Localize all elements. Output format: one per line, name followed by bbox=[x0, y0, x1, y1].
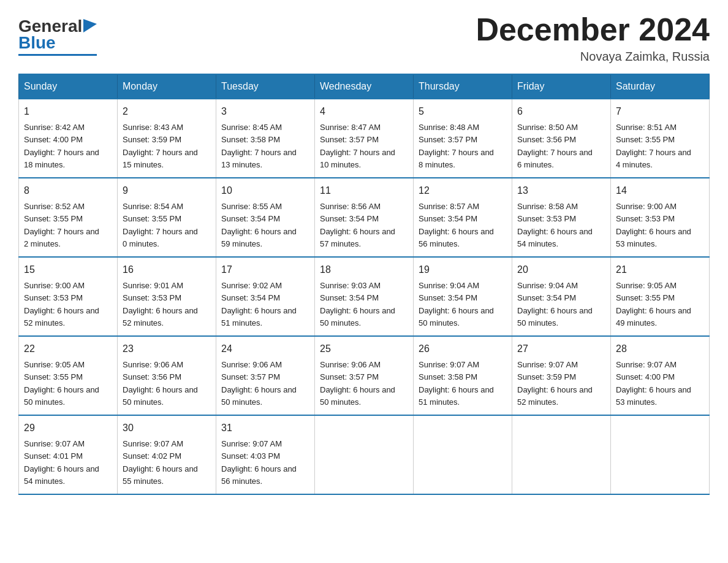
header-monday: Monday bbox=[118, 74, 216, 99]
day-info: Sunrise: 9:06 AMSunset: 3:57 PMDaylight:… bbox=[221, 360, 297, 407]
table-row: 24 Sunrise: 9:06 AMSunset: 3:57 PMDaylig… bbox=[216, 336, 315, 415]
table-row: 26 Sunrise: 9:07 AMSunset: 3:58 PMDaylig… bbox=[414, 336, 512, 415]
day-number: 5 bbox=[419, 104, 507, 119]
day-info: Sunrise: 9:07 AMSunset: 3:58 PMDaylight:… bbox=[419, 360, 494, 407]
table-row: 31 Sunrise: 9:07 AMSunset: 4:03 PMDaylig… bbox=[216, 415, 315, 494]
calendar-week-row: 22 Sunrise: 9:05 AMSunset: 3:55 PMDaylig… bbox=[19, 336, 710, 415]
day-number: 2 bbox=[123, 104, 211, 119]
calendar-week-row: 15 Sunrise: 9:00 AMSunset: 3:53 PMDaylig… bbox=[19, 257, 710, 336]
day-info: Sunrise: 9:07 AMSunset: 4:02 PMDaylight:… bbox=[123, 439, 198, 486]
logo-divider bbox=[18, 54, 97, 56]
day-number: 20 bbox=[517, 262, 605, 277]
table-row: 21 Sunrise: 9:05 AMSunset: 3:55 PMDaylig… bbox=[611, 257, 710, 336]
day-number: 22 bbox=[24, 342, 112, 356]
day-number: 8 bbox=[24, 183, 112, 198]
day-info: Sunrise: 8:58 AMSunset: 3:53 PMDaylight:… bbox=[517, 202, 593, 248]
day-info: Sunrise: 8:42 AMSunset: 4:00 PMDaylight:… bbox=[24, 123, 99, 169]
day-info: Sunrise: 8:50 AMSunset: 3:56 PMDaylight:… bbox=[517, 123, 593, 169]
calendar-header-row: Sunday Monday Tuesday Wednesday Thursday… bbox=[19, 74, 710, 99]
header-friday: Friday bbox=[512, 74, 611, 99]
day-number: 31 bbox=[221, 421, 309, 435]
table-row bbox=[611, 415, 710, 494]
logo-triangle-icon bbox=[83, 19, 97, 33]
day-info: Sunrise: 8:45 AMSunset: 3:58 PMDaylight:… bbox=[221, 123, 297, 169]
day-number: 23 bbox=[123, 342, 211, 356]
table-row: 13 Sunrise: 8:58 AMSunset: 3:53 PMDaylig… bbox=[512, 178, 611, 257]
day-number: 30 bbox=[123, 421, 211, 435]
calendar-table: Sunday Monday Tuesday Wednesday Thursday… bbox=[18, 74, 710, 495]
table-row: 15 Sunrise: 9:00 AMSunset: 3:53 PMDaylig… bbox=[19, 257, 118, 336]
day-number: 10 bbox=[221, 183, 309, 198]
table-row: 22 Sunrise: 9:05 AMSunset: 3:55 PMDaylig… bbox=[19, 336, 118, 415]
day-number: 6 bbox=[517, 104, 605, 119]
calendar-week-row: 1 Sunrise: 8:42 AMSunset: 4:00 PMDayligh… bbox=[19, 99, 710, 178]
table-row: 23 Sunrise: 9:06 AMSunset: 3:56 PMDaylig… bbox=[118, 336, 216, 415]
day-info: Sunrise: 9:05 AMSunset: 3:55 PMDaylight:… bbox=[616, 281, 691, 327]
table-row: 30 Sunrise: 9:07 AMSunset: 4:02 PMDaylig… bbox=[118, 415, 216, 494]
day-number: 28 bbox=[616, 342, 704, 356]
day-number: 1 bbox=[24, 104, 112, 119]
calendar-week-row: 29 Sunrise: 9:07 AMSunset: 4:01 PMDaylig… bbox=[19, 415, 710, 494]
day-number: 24 bbox=[221, 342, 309, 356]
table-row: 7 Sunrise: 8:51 AMSunset: 3:55 PMDayligh… bbox=[611, 99, 710, 178]
day-number: 29 bbox=[24, 421, 112, 435]
table-row: 27 Sunrise: 9:07 AMSunset: 3:59 PMDaylig… bbox=[512, 336, 611, 415]
table-row: 12 Sunrise: 8:57 AMSunset: 3:54 PMDaylig… bbox=[414, 178, 512, 257]
day-info: Sunrise: 9:07 AMSunset: 4:03 PMDaylight:… bbox=[221, 439, 297, 486]
title-block: December 2024 Novaya Zaimka, Russia bbox=[476, 12, 710, 64]
day-info: Sunrise: 8:48 AMSunset: 3:57 PMDaylight:… bbox=[419, 123, 494, 169]
day-info: Sunrise: 9:05 AMSunset: 3:55 PMDaylight:… bbox=[24, 360, 99, 407]
table-row bbox=[414, 415, 512, 494]
day-info: Sunrise: 9:00 AMSunset: 3:53 PMDaylight:… bbox=[24, 281, 99, 327]
day-info: Sunrise: 9:06 AMSunset: 3:57 PMDaylight:… bbox=[320, 360, 395, 407]
table-row: 1 Sunrise: 8:42 AMSunset: 4:00 PMDayligh… bbox=[19, 99, 118, 178]
day-info: Sunrise: 9:04 AMSunset: 3:54 PMDaylight:… bbox=[517, 281, 593, 327]
table-row: 4 Sunrise: 8:47 AMSunset: 3:57 PMDayligh… bbox=[315, 99, 414, 178]
logo: General Blue bbox=[18, 17, 97, 56]
table-row: 29 Sunrise: 9:07 AMSunset: 4:01 PMDaylig… bbox=[19, 415, 118, 494]
day-number: 17 bbox=[221, 262, 309, 277]
table-row: 11 Sunrise: 8:56 AMSunset: 3:54 PMDaylig… bbox=[315, 178, 414, 257]
header-sunday: Sunday bbox=[19, 74, 118, 99]
day-info: Sunrise: 9:01 AMSunset: 3:53 PMDaylight:… bbox=[123, 281, 198, 327]
day-info: Sunrise: 8:47 AMSunset: 3:57 PMDaylight:… bbox=[320, 123, 395, 169]
day-number: 18 bbox=[320, 262, 408, 277]
day-number: 7 bbox=[616, 104, 704, 119]
day-info: Sunrise: 9:06 AMSunset: 3:56 PMDaylight:… bbox=[123, 360, 198, 407]
table-row: 5 Sunrise: 8:48 AMSunset: 3:57 PMDayligh… bbox=[414, 99, 512, 178]
table-row bbox=[315, 415, 414, 494]
day-info: Sunrise: 8:57 AMSunset: 3:54 PMDaylight:… bbox=[419, 202, 494, 248]
day-number: 27 bbox=[517, 342, 605, 356]
day-number: 21 bbox=[616, 262, 704, 277]
table-row: 18 Sunrise: 9:03 AMSunset: 3:54 PMDaylig… bbox=[315, 257, 414, 336]
day-number: 4 bbox=[320, 104, 408, 119]
location: Novaya Zaimka, Russia bbox=[476, 50, 710, 64]
svg-marker-0 bbox=[83, 19, 97, 33]
table-row: 28 Sunrise: 9:07 AMSunset: 4:00 PMDaylig… bbox=[611, 336, 710, 415]
day-number: 19 bbox=[419, 262, 507, 277]
day-number: 14 bbox=[616, 183, 704, 198]
day-info: Sunrise: 8:54 AMSunset: 3:55 PMDaylight:… bbox=[123, 202, 198, 248]
day-number: 9 bbox=[123, 183, 211, 198]
table-row: 20 Sunrise: 9:04 AMSunset: 3:54 PMDaylig… bbox=[512, 257, 611, 336]
table-row: 6 Sunrise: 8:50 AMSunset: 3:56 PMDayligh… bbox=[512, 99, 611, 178]
day-number: 12 bbox=[419, 183, 507, 198]
table-row: 25 Sunrise: 9:06 AMSunset: 3:57 PMDaylig… bbox=[315, 336, 414, 415]
table-row: 17 Sunrise: 9:02 AMSunset: 3:54 PMDaylig… bbox=[216, 257, 315, 336]
calendar-week-row: 8 Sunrise: 8:52 AMSunset: 3:55 PMDayligh… bbox=[19, 178, 710, 257]
month-title: December 2024 bbox=[476, 12, 710, 47]
day-info: Sunrise: 8:43 AMSunset: 3:59 PMDaylight:… bbox=[123, 123, 198, 169]
logo-blue: Blue bbox=[18, 33, 56, 52]
day-number: 3 bbox=[221, 104, 309, 119]
day-info: Sunrise: 9:02 AMSunset: 3:54 PMDaylight:… bbox=[221, 281, 297, 327]
table-row: 2 Sunrise: 8:43 AMSunset: 3:59 PMDayligh… bbox=[118, 99, 216, 178]
table-row bbox=[512, 415, 611, 494]
table-row: 16 Sunrise: 9:01 AMSunset: 3:53 PMDaylig… bbox=[118, 257, 216, 336]
day-info: Sunrise: 8:55 AMSunset: 3:54 PMDaylight:… bbox=[221, 202, 297, 248]
table-row: 8 Sunrise: 8:52 AMSunset: 3:55 PMDayligh… bbox=[19, 178, 118, 257]
table-row: 10 Sunrise: 8:55 AMSunset: 3:54 PMDaylig… bbox=[216, 178, 315, 257]
day-info: Sunrise: 9:00 AMSunset: 3:53 PMDaylight:… bbox=[616, 202, 691, 248]
day-info: Sunrise: 9:07 AMSunset: 4:01 PMDaylight:… bbox=[24, 439, 99, 486]
day-number: 26 bbox=[419, 342, 507, 356]
day-number: 25 bbox=[320, 342, 408, 356]
